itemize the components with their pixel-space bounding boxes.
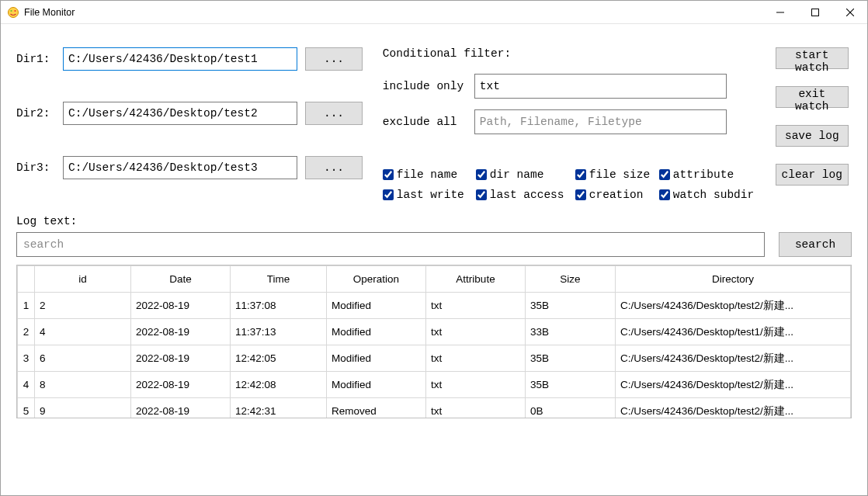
table-row[interactable]: 122022-08-1911:37:08Modifiedtxt35BC:/Use… xyxy=(18,293,851,319)
table-row[interactable]: 482022-08-1912:42:08Modifiedtxt35BC:/Use… xyxy=(18,372,851,398)
cell-attribute: txt xyxy=(426,398,526,419)
table-row[interactable]: 592022-08-1912:42:31Removedtxt0BC:/Users… xyxy=(18,398,851,419)
cell-time: 12:42:05 xyxy=(231,345,327,372)
check-attribute[interactable]: attribute xyxy=(659,168,760,181)
dir1-input[interactable] xyxy=(63,47,297,71)
check-watch-subdir[interactable]: watch subdir xyxy=(659,189,760,201)
header-operation[interactable]: Operation xyxy=(327,266,426,293)
cell-operation: Modified xyxy=(327,345,426,372)
check-label: watch subdir xyxy=(673,189,754,201)
checkbox-file-name[interactable] xyxy=(383,169,394,180)
corner-header xyxy=(18,266,35,293)
maximize-button[interactable] xyxy=(797,1,832,23)
log-section: Log text: search xyxy=(1,209,867,257)
cell-size: 35B xyxy=(526,345,616,372)
cell-date: 2022-08-19 xyxy=(131,345,231,372)
header-size[interactable]: Size xyxy=(526,266,616,293)
dir1-browse-button[interactable]: ... xyxy=(305,47,363,71)
start-watch-button[interactable]: start watch xyxy=(776,47,849,69)
cell-date: 2022-08-19 xyxy=(131,372,231,398)
header-id[interactable]: id xyxy=(35,266,131,293)
content-area: Dir1: ... Dir2: ... Dir3: ... Conditiona… xyxy=(1,24,867,495)
checkbox-creation[interactable] xyxy=(575,189,586,200)
check-dir-name[interactable]: dir name xyxy=(476,168,575,181)
check-label: attribute xyxy=(673,168,734,181)
check-label: dir name xyxy=(490,168,544,181)
header-time[interactable]: Time xyxy=(231,266,327,293)
dir3-row: Dir3: ... xyxy=(16,156,367,179)
dir1-row: Dir1: ... xyxy=(16,47,367,71)
checkbox-watch-subdir[interactable] xyxy=(659,189,670,200)
cell-date: 2022-08-19 xyxy=(131,293,231,319)
include-input[interactable] xyxy=(474,74,727,99)
cell-id: 8 xyxy=(35,372,131,398)
cell-id: 2 xyxy=(35,293,131,319)
checkbox-dir-name[interactable] xyxy=(476,169,487,180)
check-last-access[interactable]: last access xyxy=(476,189,575,201)
cell-directory: C:/Users/42436/Desktop/test2/新建... xyxy=(616,372,851,398)
checkbox-attribute[interactable] xyxy=(659,169,670,180)
dir2-row: Dir2: ... xyxy=(16,102,367,125)
titlebar: File Monitor xyxy=(1,1,867,24)
cell-directory: C:/Users/42436/Desktop/test1/新建... xyxy=(616,319,851,345)
cell-size: 35B xyxy=(526,372,616,398)
log-table: id Date Time Operation Attribute Size Di… xyxy=(17,265,851,418)
checkbox-last-access[interactable] xyxy=(476,189,487,200)
upper-panel: Dir1: ... Dir2: ... Dir3: ... Conditiona… xyxy=(1,24,867,209)
search-row: search xyxy=(16,232,852,257)
search-button[interactable]: search xyxy=(779,232,852,257)
check-file-size[interactable]: file size xyxy=(575,168,659,181)
svg-point-2 xyxy=(14,9,16,11)
header-attribute[interactable]: Attribute xyxy=(426,266,526,293)
svg-rect-4 xyxy=(811,9,818,16)
minimize-button[interactable] xyxy=(762,1,797,23)
dir3-input[interactable] xyxy=(63,156,297,179)
filter-title: Conditional filter: xyxy=(383,47,760,60)
dir3-label: Dir3: xyxy=(16,161,55,174)
row-number: 1 xyxy=(18,293,35,319)
cell-size: 33B xyxy=(526,319,616,345)
cell-time: 12:42:08 xyxy=(231,372,327,398)
cell-time: 11:37:13 xyxy=(231,319,327,345)
table-header-row: id Date Time Operation Attribute Size Di… xyxy=(18,266,851,293)
dirs-column: Dir1: ... Dir2: ... Dir3: ... xyxy=(16,47,367,201)
row-number: 5 xyxy=(18,398,35,419)
clear-log-button[interactable]: clear log xyxy=(776,164,849,186)
include-row: include only xyxy=(383,74,760,99)
check-label: last access xyxy=(490,189,564,201)
app-icon xyxy=(7,6,19,19)
checkbox-file-size[interactable] xyxy=(575,169,586,180)
dir2-input[interactable] xyxy=(63,102,297,125)
exit-watch-button[interactable]: exit watch xyxy=(776,86,849,108)
exclude-input[interactable] xyxy=(474,109,727,134)
cell-attribute: txt xyxy=(426,293,526,319)
header-date[interactable]: Date xyxy=(131,266,231,293)
search-input[interactable] xyxy=(16,232,765,257)
window-title: File Monitor xyxy=(24,7,75,18)
cell-attribute: txt xyxy=(426,345,526,372)
save-log-button[interactable]: save log xyxy=(776,125,849,147)
check-last-write[interactable]: last write xyxy=(383,189,476,201)
dir2-label: Dir2: xyxy=(16,107,55,120)
dir3-browse-button[interactable]: ... xyxy=(305,156,363,179)
checkbox-last-write[interactable] xyxy=(383,189,394,200)
close-button[interactable] xyxy=(832,1,867,23)
dir2-browse-button[interactable]: ... xyxy=(305,102,363,125)
log-label: Log text: xyxy=(16,215,852,227)
check-file-name[interactable]: file name xyxy=(383,168,476,181)
row-number: 3 xyxy=(18,345,35,372)
header-directory[interactable]: Directory xyxy=(616,266,851,293)
table-row[interactable]: 242022-08-1911:37:13Modifiedtxt33BC:/Use… xyxy=(18,319,851,345)
cell-directory: C:/Users/42436/Desktop/test2/新建... xyxy=(616,293,851,319)
cell-size: 0B xyxy=(526,398,616,419)
check-creation[interactable]: creation xyxy=(575,189,659,201)
cell-date: 2022-08-19 xyxy=(131,398,231,419)
cell-size: 35B xyxy=(526,293,616,319)
log-table-wrap[interactable]: id Date Time Operation Attribute Size Di… xyxy=(16,265,852,418)
table-row[interactable]: 362022-08-1912:42:05Modifiedtxt35BC:/Use… xyxy=(18,345,851,372)
dir1-label: Dir1: xyxy=(16,53,55,65)
cell-id: 4 xyxy=(35,319,131,345)
app-window: File Monitor Dir1: ... Dir2: xyxy=(0,0,868,496)
cell-operation: Removed xyxy=(327,398,426,419)
svg-point-0 xyxy=(9,7,19,17)
